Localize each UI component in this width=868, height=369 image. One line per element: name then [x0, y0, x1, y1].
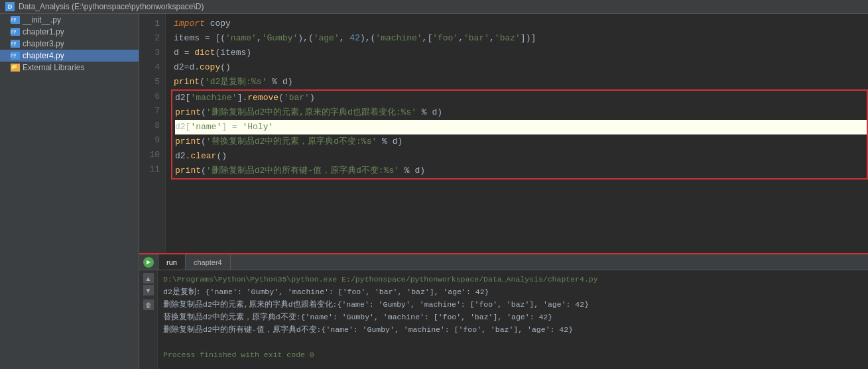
tab-run[interactable]: run [158, 254, 186, 270]
bottom-tab-icon: ▶ [139, 254, 158, 270]
sidebar-item-external[interactable]: 📁 External Libraries [0, 62, 139, 74]
run-icon: ▶ [143, 257, 154, 268]
code-line-11: print('删除复制品d2中的所有键-值，原字典d不变:%s' % d) [175, 164, 867, 178]
console-output-line-6: Process finished with exit code 0 [163, 348, 863, 361]
py-icon: py [11, 52, 20, 60]
sidebar-item-chapter3[interactable]: py chapter3.py [0, 38, 139, 50]
code-line-3: d = dict(items) [174, 46, 868, 60]
console-output-line-1: d2是复制: {'name': 'Gumby', 'machine': ['fo… [163, 286, 863, 298]
code-line-4: d2=d.copy() [174, 60, 868, 75]
tab-chapter4[interactable]: chapter4 [186, 254, 231, 270]
console-output-line-4: 删除复制品d2中的所有键-值，原字典d不变:{'name': 'Gumby', … [163, 323, 863, 336]
py-icon: py [11, 16, 20, 24]
console-output: D:\Programs\Python\Python35\python.exe E… [158, 270, 868, 369]
sidebar-item-chapter4[interactable]: py chapter4.py [0, 50, 139, 62]
sidebar-item-init[interactable]: py __init__.py [0, 14, 139, 26]
code-line-1: import copy [174, 17, 868, 31]
code-line-5: print('d2是复制:%s' % d) [174, 75, 868, 89]
console-output-line-3: 替换复制品d2中的元素，原字典d不变:{'name': 'Gumby', 'ma… [163, 311, 863, 323]
folder-icon: 📁 [11, 64, 20, 72]
bottom-panel: ▶ run chapter4 ▲ ▼ 🗑 [139, 253, 868, 369]
code-line-10: d2.clear() [175, 149, 867, 164]
py-icon: py [11, 28, 20, 36]
code-line-9: print('替换复制品d2中的元素，原字典d不变:%s' % d) [175, 134, 867, 149]
keyword: import [174, 17, 205, 31]
py-icon: py [11, 40, 20, 48]
console-run-path: D:\Programs\Python\Python35\python.exe E… [163, 273, 863, 286]
code-line-6: d2['machine'].remove('bar') [175, 91, 867, 105]
bottom-tabs: ▶ run chapter4 [139, 254, 868, 270]
console-gutter: ▲ ▼ 🗑 [139, 270, 158, 369]
console-content: ▲ ▼ 🗑 D:\Programs\Python\Python35\python… [139, 270, 868, 369]
sidebar: py __init__.py py chapter1.py py chapter… [0, 14, 139, 369]
line-numbers: 1 2 3 4 5 6 7 8 9 10 11 [139, 14, 166, 253]
clear-console-button[interactable]: 🗑 [143, 299, 154, 310]
code-line-7: print('删除复制品d2中的元素,原来的字典d也跟着变化:%s' % d) [175, 105, 867, 120]
code-content: 1 2 3 4 5 6 7 8 9 10 11 import copy [139, 14, 868, 253]
main-area: py __init__.py py chapter1.py py chapter… [0, 14, 868, 369]
console-output-line-5 [163, 336, 863, 348]
title-bar: D Data_Analysis (E:\pythonspace\pythonwo… [0, 0, 868, 14]
project-icon: D [5, 2, 15, 11]
console-output-line-2: 删除复制品d2中的元素,原来的字典d也跟着变化:{'name': 'Gumby'… [163, 298, 863, 311]
red-box-section: d2['machine'].remove('bar') print('删除复制品… [171, 89, 868, 180]
code-line-2: items = [('name','Gumby'),('age', 42),('… [174, 31, 868, 46]
scroll-up-button[interactable]: ▲ [143, 273, 154, 284]
title-text: Data_Analysis (E:\pythonspace\pythonwork… [19, 2, 204, 11]
scroll-down-button[interactable]: ▼ [143, 285, 154, 295]
sidebar-item-chapter1[interactable]: py chapter1.py [0, 26, 139, 38]
code-editor[interactable]: import copy items = [('name','Gumby'),('… [166, 14, 868, 253]
code-line-8: d2['name'] = 'Holy' [175, 120, 867, 134]
editor-area: 1 2 3 4 5 6 7 8 9 10 11 import copy [139, 14, 868, 369]
